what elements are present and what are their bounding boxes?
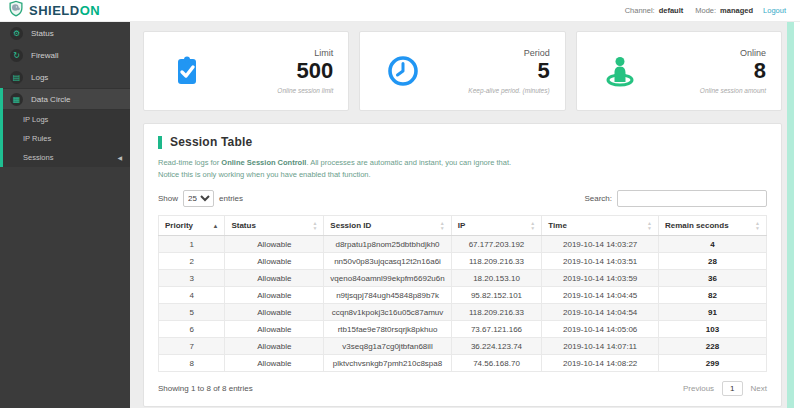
cell-ip: 18.20.153.10	[451, 270, 542, 287]
cell-time: 2019-10-14 14:03:27	[542, 236, 659, 253]
sidebar-subitem-label: IP Rules	[23, 134, 51, 143]
limit-card: Limit 500 Online session limit	[143, 31, 349, 111]
card-value: 5	[537, 58, 549, 84]
cell-status: Allowable	[225, 287, 324, 304]
entries-label: entries	[219, 194, 243, 203]
table-row: 3 Allowable vqeno84oamnl99ekpfm6692u6n 1…	[159, 270, 767, 287]
description-highlight: Online Session Controll	[221, 158, 306, 167]
sidebar-item-label: Logs	[31, 73, 48, 82]
column-header-session-id[interactable]: Session ID▲▼	[324, 216, 451, 236]
sidebar-item-label: Data Circle	[31, 95, 71, 104]
table-row: 2 Allowable nn50v0p83ujqcasq12t2n16a6i 1…	[159, 253, 767, 270]
cell-time: 2019-10-14 14:03:51	[542, 253, 659, 270]
search-label: Search:	[584, 194, 612, 203]
sidebar-submenu: IP Logs IP Rules Sessions ◀	[3, 110, 130, 167]
clock-icon	[360, 53, 446, 89]
cell-ip: 74.56.168.70	[451, 355, 542, 372]
data-circle-icon: ▦	[10, 93, 23, 106]
cell-priority: 2	[159, 253, 225, 270]
column-header-ip[interactable]: IP▲▼	[451, 216, 542, 236]
main-content: Limit 500 Online session limit Period 5 …	[130, 22, 788, 408]
logs-icon: ▤	[10, 71, 23, 84]
sidebar-subitem-ip-logs[interactable]: IP Logs	[3, 110, 130, 129]
sidebar-item-label: Status	[31, 29, 54, 38]
shield-logo-icon	[8, 0, 24, 21]
cell-session-id: rtb15fae9e78t0rsqrjk8pkhuo	[324, 321, 451, 338]
app-window: SHIELDON Channel: default Mode: managed …	[0, 0, 800, 408]
sidebar-active-group: ▦ Data Circle IP Logs IP Rules Sessions …	[0, 88, 130, 167]
column-header-remain-seconds[interactable]: Remain seconds▲▼	[659, 216, 767, 236]
sidebar-item-logs[interactable]: ▤ Logs	[0, 66, 130, 88]
session-table-body: 1 Allowable d8rpatu1p8nom25dbtbhdjkh0 67…	[159, 236, 767, 372]
cell-status: Allowable	[225, 355, 324, 372]
clipboard-check-icon	[144, 53, 230, 89]
period-card: Period 5 Keep-alive period. (minutes)	[359, 31, 565, 111]
firewall-icon: ↻	[10, 49, 23, 62]
column-header-priority[interactable]: Priority▲	[159, 216, 225, 236]
sidebar-subitem-ip-rules[interactable]: IP Rules	[3, 129, 130, 148]
online-card: Online 8 Online session amount	[576, 31, 782, 111]
showing-entries-text: Showing 1 to 8 of 8 entries	[158, 384, 253, 393]
page-number-button[interactable]: 1	[722, 381, 742, 396]
previous-page-button[interactable]: Previous	[683, 384, 714, 393]
cell-status: Allowable	[225, 253, 324, 270]
cell-status: Allowable	[225, 338, 324, 355]
cell-priority: 8	[159, 355, 225, 372]
cell-priority: 1	[159, 236, 225, 253]
brand-logo[interactable]: SHIELDON	[8, 0, 100, 21]
sidebar-subitem-label: IP Logs	[23, 115, 48, 124]
cell-time: 2019-10-14 14:04:54	[542, 304, 659, 321]
page-title: Session Table	[170, 135, 252, 149]
cell-remain-seconds: 103	[659, 321, 767, 338]
cell-status: Allowable	[225, 304, 324, 321]
panel-description: Read-time logs for Online Session Contro…	[158, 157, 767, 180]
cell-ip: 95.82.152.101	[451, 287, 542, 304]
card-caption: Online session limit	[277, 87, 333, 94]
column-header-time[interactable]: Time▲▼	[542, 216, 659, 236]
pagination: Previous 1 Next	[683, 381, 767, 396]
card-label: Period	[524, 48, 550, 58]
cell-time: 2019-10-14 14:03:59	[542, 270, 659, 287]
cell-priority: 4	[159, 287, 225, 304]
cell-ip: 118.209.216.33	[451, 304, 542, 321]
cell-status: Allowable	[225, 236, 324, 253]
sidebar-item-label: Firewall	[31, 51, 59, 60]
card-label: Limit	[314, 48, 333, 58]
card-caption: Online session amount	[700, 87, 766, 94]
cell-remain-seconds: 36	[659, 270, 767, 287]
sidebar-subitem-sessions[interactable]: Sessions ◀	[3, 148, 130, 167]
card-value: 500	[297, 58, 334, 84]
sidebar-item-status[interactable]: ⚙ Status	[0, 22, 130, 44]
cell-time: 2019-10-14 14:08:22	[542, 355, 659, 372]
sidebar-subitem-label: Sessions	[23, 153, 53, 162]
collapse-arrow-icon: ◀	[117, 154, 122, 161]
cell-ip: 73.67.121.166	[451, 321, 542, 338]
cell-session-id: plktvchvsnkgb7pmh210c8spa8	[324, 355, 451, 372]
cell-priority: 7	[159, 338, 225, 355]
channel-value: default	[659, 6, 684, 15]
sort-icon: ▲▼	[530, 221, 535, 230]
sort-icon: ▲▼	[440, 221, 445, 230]
cell-session-id: ccqn8v1kpokj3c16u05c87amuv	[324, 304, 451, 321]
search-input[interactable]	[617, 190, 767, 207]
scrollbar[interactable]	[787, 22, 794, 408]
next-page-button[interactable]: Next	[751, 384, 767, 393]
cell-session-id: n9tjsqpj784ugh45848p89b7k	[324, 287, 451, 304]
sidebar-item-data-circle[interactable]: ▦ Data Circle	[3, 88, 130, 110]
channel-label: Channel:	[625, 6, 655, 15]
stat-cards-row: Limit 500 Online session limit Period 5 …	[143, 31, 782, 111]
cell-time: 2019-10-14 14:04:45	[542, 287, 659, 304]
cell-status: Allowable	[225, 270, 324, 287]
logout-link[interactable]: Logout	[763, 6, 786, 15]
cell-remain-seconds: 82	[659, 287, 767, 304]
cell-priority: 6	[159, 321, 225, 338]
sidebar-item-firewall[interactable]: ↻ Firewall	[0, 44, 130, 66]
mode-value: managed	[720, 6, 753, 15]
card-caption: Keep-alive period. (minutes)	[468, 87, 549, 94]
table-row: 7 Allowable v3seq8g1a7cg0jtbfan68ill 36.…	[159, 338, 767, 355]
column-header-status[interactable]: Status▲▼	[225, 216, 324, 236]
card-value: 8	[754, 58, 766, 84]
description-text: . All processes are automatic and instan…	[306, 158, 511, 167]
page-length-select[interactable]: 25	[183, 190, 214, 207]
cell-ip: 118.209.216.33	[451, 253, 542, 270]
